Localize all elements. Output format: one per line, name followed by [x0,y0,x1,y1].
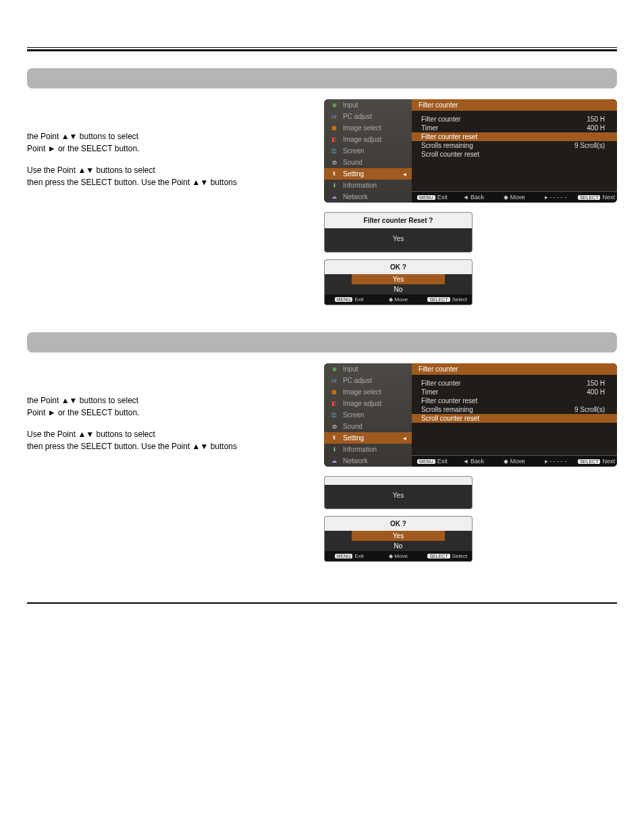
osd-right-panel-1: Filter counter Filter counter150 H Timer… [412,99,617,203]
dialog1-body: Yes [325,228,472,252]
osd-footer2-move: ◆ Move [494,456,535,467]
section-2-text: the Point ▲▼ buttons to select Point ► o… [27,363,311,462]
dialog2-opt-no[interactable]: No [325,541,472,551]
menu2-pc-adjust-label: PC adjust [343,377,372,384]
row2-filter-counter-val: 150 H [564,380,605,387]
menu2-image-adjust-label: Image adjust [343,400,381,407]
row2-scrolls-remaining-label: Scrolls remaining [421,406,473,413]
menu2-pc-adjust[interactable]: ▭PC adjust [324,375,412,386]
row2-scroll-reset[interactable]: Scroll counter reset [412,414,617,423]
section-1-text: the Point ▲▼ buttons to select Point ► o… [27,99,311,198]
pc-icon-2: ▭ [329,377,339,384]
dialog1-footer: MENUExit ◆ Move SELECTSelect [325,294,472,305]
row-filter-reset-label: Filter counter reset [421,133,477,140]
menu2-sound-label: Sound [343,423,363,430]
osd-footer2-next: SELECTNext [576,456,617,467]
dialog2-footer-exit-label: Exit [354,553,363,559]
row2-timer[interactable]: Timer400 H [412,388,617,396]
menu-sound-label: Sound [343,159,363,166]
menu2-network-label: Network [343,457,368,465]
row-scrolls-remaining-label: Scrolls remaining [421,142,473,149]
dialog-confirm-2: Yes [324,476,473,509]
kbd-select: SELECT [578,195,600,200]
dialog2-opt-yes[interactable]: Yes [352,531,445,541]
pc-icon: ▭ [329,113,339,120]
sound-icon: ◍ [329,159,339,166]
row-filter-reset[interactable]: Filter counter reset [412,132,617,141]
dialog1-footer-select: SELECTSelect [423,294,472,305]
row-scroll-reset[interactable]: Scroll counter reset [412,150,617,159]
dialog1-footer-move: ◆ Move [374,294,423,305]
dialog1-opt-yes[interactable]: Yes [352,274,445,284]
row2-filter-reset-label: Filter counter reset [421,397,477,405]
dialog2-footer-exit: MENUExit [325,551,374,561]
row-filter-counter[interactable]: Filter counter150 H [412,115,617,124]
menu2-input[interactable]: ◉Input [324,363,412,375]
dialog1-opt-no[interactable]: No [325,284,472,294]
footer-rule [27,602,617,604]
dialog1-footer-exit-label: Exit [354,296,363,303]
screen-icon-2: ◫ [329,412,339,419]
section-2-osd-stack: ◉Input ▭PC adjust ▦Image select ◧Image a… [324,363,617,562]
osd-right-header-2: Filter counter [412,363,617,375]
top-rule [27,47,617,51]
menu-input-label: Input [343,101,358,109]
imgadj-icon-2: ◧ [329,400,339,407]
menu-sound[interactable]: ◍Sound [324,157,412,168]
row2-timer-val: 400 H [564,388,605,396]
menu-input[interactable]: ◉Input [324,99,412,111]
kbd-select-2: SELECT [578,459,600,464]
dialog2-title [325,477,472,485]
dialog2-footer-select: SELECTSelect [423,551,472,561]
kbd-menu-d2: MENU [335,554,353,558]
info-icon: ℹ [329,182,339,189]
menu2-setting[interactable]: ⅡSetting◀ [324,432,412,444]
s1-p2a: Use the Point ▲▼ buttons to select [27,165,155,175]
row-scrolls-remaining-val: 9 Scroll(s) [564,142,605,149]
s2-p2a: Use the Point ▲▼ buttons to select [27,429,155,439]
menu-image-adjust[interactable]: ◧Image adjust [324,134,412,145]
osd-footer-next: SELECTNext [576,192,617,203]
section-1-row: the Point ▲▼ buttons to select Point ► o… [27,99,617,305]
menu-information[interactable]: ℹInformation [324,180,412,191]
row2-scrolls-remaining[interactable]: Scrolls remaining9 Scroll(s) [412,405,617,414]
dialog1-footer-exit: MENUExit [325,294,374,305]
s1-p1a: the Point ▲▼ buttons to select [27,132,138,141]
osd-footer-dash: ▸ - - - - - [535,192,576,203]
dialog2-footer-select-label: Select [452,553,467,559]
row-scrolls-remaining[interactable]: Scrolls remaining9 Scroll(s) [412,141,617,150]
menu2-network[interactable]: ☁Network [324,455,412,467]
dialog-wrap-1: Filter counter Reset ? Yes OK ? Yes No M… [324,212,473,305]
s1-p2b: then press the SELECT button. Use the Po… [27,178,237,187]
menu-screen[interactable]: ◫Screen [324,145,412,157]
row2-filter-counter[interactable]: Filter counter150 H [412,379,617,388]
imgsel-icon: ▦ [329,125,339,132]
info-icon-2: ℹ [329,446,339,453]
menu2-sound[interactable]: ◍Sound [324,421,412,432]
dialog1-title: Filter counter Reset ? [325,213,472,228]
row-filter-counter-label: Filter counter [421,115,460,123]
row2-filter-counter-label: Filter counter [421,380,460,387]
menu-image-select[interactable]: ▦Image select [324,122,412,134]
input-icon: ◉ [329,102,339,109]
s1-p1: the Point ▲▼ buttons to select Point ► o… [27,130,311,155]
menu-pc-adjust-label: PC adjust [343,113,372,120]
menu-setting[interactable]: ⅡSetting◀ [324,168,412,180]
row-timer[interactable]: Timer400 H [412,124,617,132]
setting-icon: Ⅱ [329,171,339,178]
s2-p1b: Point ► or the SELECT button. [27,408,139,417]
menu2-input-label: Input [343,365,358,373]
menu-network[interactable]: ☁Network [324,191,412,203]
menu2-image-select[interactable]: ▦Image select [324,386,412,398]
menu2-information[interactable]: ℹInformation [324,444,412,455]
menu-pc-adjust[interactable]: ▭PC adjust [324,111,412,122]
osd-footer2-exit: MENUExit [412,456,453,467]
dialog-ok-1: OK ? Yes No MENUExit ◆ Move SELECTSelect [324,259,473,305]
menu2-screen[interactable]: ◫Screen [324,409,412,421]
dialog2-footer-move: ◆ Move [374,551,423,561]
row2-filter-reset[interactable]: Filter counter reset [412,396,617,405]
kbd-select-d2: SELECT [427,554,450,558]
dialog1-ok-title: OK ? [325,260,472,274]
menu2-image-adjust[interactable]: ◧Image adjust [324,398,412,409]
active-marker-icon-2: ◀ [403,436,406,440]
